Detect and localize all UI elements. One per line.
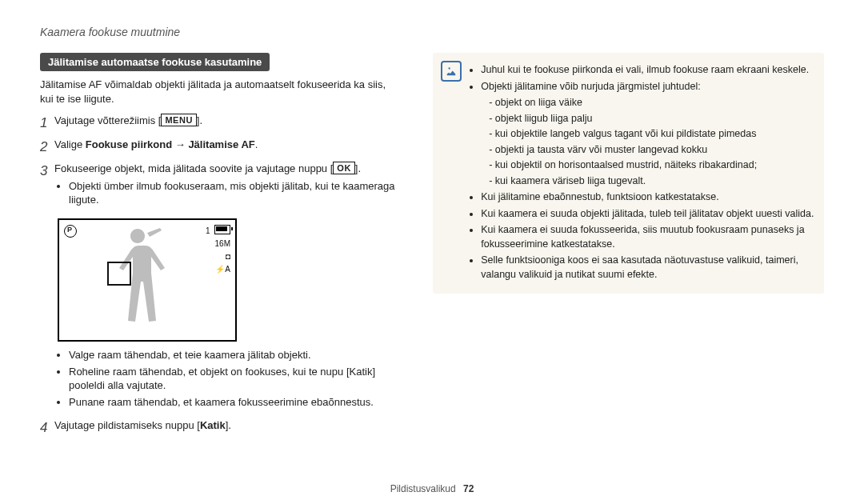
info-item: Juhul kui te fookuse piirkonda ei vali, … (481, 63, 814, 78)
step-1: 1 Vajutage võtterežiimis [MENU]. (40, 114, 401, 133)
osd-resolution: 16M (206, 238, 230, 250)
osd-panel: 1 16M ◘ ⚡A (206, 225, 230, 277)
page-footer: Pildistusvalikud 72 (0, 483, 864, 494)
step-number: 4 (40, 418, 54, 438)
step-bold-1: Fookuse piirkond (86, 138, 172, 150)
step-number: 2 (40, 138, 54, 157)
step-after: ]. (197, 114, 202, 126)
step-3: 3 Fokuseerige objekt, mida jälitada soov… (40, 162, 401, 212)
info-callout: Juhul kui te fookuse piirkonda ei vali, … (433, 53, 824, 294)
ok-key: OK (333, 162, 355, 174)
info-fail-reason: kui objektile langeb valgus tagant või k… (489, 127, 814, 142)
step-after: ]. (355, 162, 361, 174)
info-fail-intro: Objekti jälitamine võib nurjuda järgmist… (481, 81, 700, 92)
step-before: Vajutage pildistamiseks nuppu [ (54, 419, 200, 431)
svg-point-0 (449, 67, 450, 69)
mode-dial-icon (64, 225, 77, 238)
camera-screen-illustration: 1 16M ◘ ⚡A (58, 218, 237, 342)
footer-section: Pildistusvalikud (390, 483, 456, 494)
info-fail-reason: objekt on liiga väike (489, 96, 814, 110)
page-header: Kaamera fookuse muutmine (40, 26, 824, 38)
section-title: Jälitamise automaatse fookuse kasutamine (40, 53, 270, 71)
osd-mode-icon: ◘ (206, 251, 230, 262)
step-2: 2 Valige Fookuse piirkond → Jälitamise A… (40, 138, 401, 157)
note-item: Roheline raam tähendab, et objekt on foo… (69, 365, 401, 393)
info-fail-reason: kui kaamera väriseb liiga tugevalt. (489, 174, 814, 189)
step-3-sub: Objekti ümber ilmub fookuseraam, mis obj… (69, 179, 401, 207)
intro-text: Jälitamise AF võimaldab objekti jälitada… (40, 78, 401, 106)
info-item: Selle funktsiooniga koos ei saa kasutada… (481, 254, 814, 282)
page-number: 72 (463, 483, 474, 494)
info-item: Objekti jälitamine võib nurjuda järgmist… (481, 80, 814, 189)
osd-shots: 1 (206, 226, 210, 235)
info-fail-reason: objekti ja tausta värv või muster langev… (489, 143, 814, 158)
step-text: Fokuseerige objekt, mida jälitada soovit… (54, 162, 333, 174)
step-arrow: → (172, 138, 188, 150)
step-number: 1 (40, 114, 54, 133)
battery-icon (214, 225, 230, 234)
step-after: ]. (226, 419, 231, 431)
step-4: 4 Vajutage pildistamiseks nuppu [Katik]. (40, 418, 401, 438)
info-icon (441, 61, 462, 82)
info-fail-reason: objekt liigub liiga palju (489, 112, 814, 126)
focus-frame (107, 262, 131, 286)
step-text: Vajutage võtterežiimis [ (54, 114, 161, 126)
step-before: Valige (54, 138, 86, 150)
menu-key: MENU (161, 114, 196, 126)
step-number: 3 (40, 162, 54, 181)
osd-flash-icon: ⚡A (206, 264, 230, 275)
step-bold-2: Jälitamise AF (188, 138, 254, 150)
note-item: Punane raam tähendab, et kaamera fokusse… (69, 395, 401, 410)
info-item: Kui kaamera ei suuda objekti jälitada, t… (481, 207, 814, 222)
step-after: . (255, 138, 258, 150)
info-fail-reason: kui objektil on horisontaalsed mustrid, … (489, 158, 814, 173)
info-item: Kui kaamera ei suuda fokusseerida, siis … (481, 223, 814, 251)
info-item: Kui jälitamine ebaõnnestub, funktsioon k… (481, 190, 814, 205)
note-item: Valge raam tähendab, et teie kaamera jäl… (69, 348, 401, 362)
step-bold: Katik (200, 419, 226, 431)
figure-notes: Valge raam tähendab, et teie kaamera jäl… (58, 348, 401, 409)
